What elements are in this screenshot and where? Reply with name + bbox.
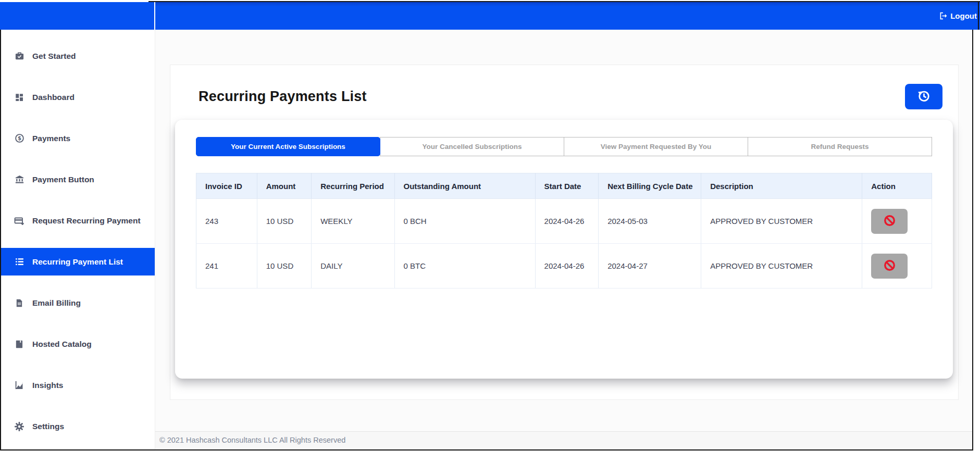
app-window: Logout Get StartedDashboard$PaymentsPaym… — [0, 0, 980, 451]
book-icon — [14, 340, 24, 349]
window-border-top — [148, 1, 980, 2]
column-header-description: Description — [701, 173, 862, 199]
sidebar-item-email-billing[interactable]: Email Billing — [0, 289, 155, 317]
tab-view-payment-requested-by-you[interactable]: View Payment Requested By You — [564, 137, 748, 156]
column-header-outstanding-amount: Outstanding Amount — [394, 173, 535, 199]
briefcase-check-icon — [14, 51, 24, 61]
sidebar-item-settings[interactable]: Settings — [0, 412, 155, 440]
cell-start_date: 2024-04-26 — [535, 199, 599, 244]
sidebar-item-payments[interactable]: $Payments — [0, 124, 155, 152]
recurring-payments-card: Recurring Payments List Your Current Act… — [170, 65, 959, 400]
subscriptions-table: Invoice IDAmountRecurring PeriodOutstand… — [196, 173, 932, 289]
cell-start_date: 2024-04-26 — [535, 244, 599, 289]
document-icon — [14, 298, 24, 308]
column-header-recurring-period: Recurring Period — [312, 173, 394, 199]
sidebar-item-label: Hosted Catalog — [32, 339, 92, 349]
sidebar-item-label: Insights — [32, 380, 63, 390]
window-border-right — [972, 30, 973, 450]
cell-action — [862, 199, 932, 244]
tab-your-cancelled-subscriptions[interactable]: Your Cancelled Subscriptions — [380, 137, 564, 156]
window-border-right-top — [978, 1, 979, 30]
tab-your-current-active-subscriptions[interactable]: Your Current Active Subscriptions — [196, 137, 380, 156]
logout-icon — [939, 11, 948, 20]
cell-recurring_period: WEEKLY — [312, 199, 394, 244]
sidebar-item-payment-button[interactable]: Payment Button — [0, 166, 155, 193]
sidebar-item-insights[interactable]: Insights — [0, 371, 155, 399]
cell-outstanding_amount: 0 BCH — [394, 199, 535, 244]
footer: © 2021 Hashcash Consultants LLC All Righ… — [155, 431, 972, 448]
column-header-invoice-id: Invoice ID — [196, 173, 257, 199]
column-header-start-date: Start Date — [535, 173, 599, 199]
cell-amount: 10 USD — [257, 244, 312, 289]
sidebar-item-label: Settings — [32, 421, 64, 431]
sidebar-logo-area — [0, 2, 155, 30]
body-row: Get StartedDashboard$PaymentsPayment But… — [0, 30, 972, 449]
column-header-amount: Amount — [257, 173, 312, 199]
sidebar-item-label: Get Started — [32, 51, 76, 61]
top-header: Logout — [0, 2, 980, 30]
tabs: Your Current Active SubscriptionsYour Ca… — [196, 137, 932, 156]
main-content: Recurring Payments List Your Current Act… — [155, 30, 972, 449]
cell-action — [862, 244, 932, 289]
cell-next_billing_cycle_date: 2024-05-03 — [599, 199, 701, 244]
column-header-action: Action — [862, 173, 932, 199]
table-row: 24310 USDWEEKLY0 BCH2024-04-262024-05-03… — [196, 199, 932, 244]
logout-button[interactable]: Logout — [939, 11, 977, 20]
sidebar-item-label: Payment Button — [32, 174, 94, 184]
sidebar-item-label: Recurring Payment List — [32, 257, 123, 267]
cell-outstanding_amount: 0 BTC — [394, 244, 535, 289]
table-body: 24310 USDWEEKLY0 BCH2024-04-262024-05-03… — [196, 199, 932, 289]
dollar-circle-icon: $ — [14, 133, 24, 143]
card-header: Recurring Payments List — [175, 84, 953, 109]
sidebar-item-recurring-payment-list[interactable]: Recurring Payment List — [0, 248, 155, 275]
cell-invoice_id: 243 — [196, 199, 257, 244]
bank-icon — [14, 174, 24, 184]
cancel-subscription-button[interactable] — [871, 254, 908, 279]
chart-icon — [14, 380, 24, 390]
svg-text:$: $ — [17, 135, 21, 141]
page-title: Recurring Payments List — [199, 89, 367, 105]
sidebar-item-label: Request Recurring Payment — [32, 216, 141, 226]
table-row: 24110 USDDAILY0 BTC2024-04-262024-04-27A… — [196, 244, 932, 289]
prohibited-icon — [883, 259, 896, 273]
sidebar-item-request-recurring-payment[interactable]: Request Recurring Payment — [0, 207, 155, 234]
copyright-text: © 2021 Hashcash Consultants LLC All Righ… — [159, 436, 345, 444]
window-border-left — [0, 30, 1, 450]
list-icon — [14, 257, 24, 267]
sidebar-item-dashboard[interactable]: Dashboard — [0, 83, 155, 111]
cell-next_billing_cycle_date: 2024-04-27 — [599, 244, 701, 289]
sidebar-item-label: Email Billing — [32, 298, 81, 308]
cell-invoice_id: 241 — [196, 244, 257, 289]
cancel-subscription-button[interactable] — [871, 209, 908, 234]
subscriptions-panel: Your Current Active SubscriptionsYour Ca… — [175, 120, 953, 379]
sidebar-nav: Get StartedDashboard$PaymentsPayment But… — [0, 30, 155, 449]
sidebar-item-label: Payments — [32, 133, 70, 143]
table-head: Invoice IDAmountRecurring PeriodOutstand… — [196, 173, 932, 199]
grid-icon — [14, 93, 24, 102]
header-row: Invoice IDAmountRecurring PeriodOutstand… — [196, 173, 932, 199]
card-plus-icon — [14, 216, 24, 226]
column-header-next-billing-cycle-date: Next Billing Cycle Date — [599, 173, 701, 199]
gear-icon — [14, 421, 24, 432]
cell-description: APPROVED BY CUSTOMER — [701, 244, 862, 289]
cell-description: APPROVED BY CUSTOMER — [701, 199, 862, 244]
cell-amount: 10 USD — [257, 199, 312, 244]
tab-refund-requests[interactable]: Refund Requests — [748, 137, 932, 156]
refresh-history-button[interactable] — [905, 84, 942, 109]
sidebar-item-label: Dashboard — [32, 92, 75, 102]
logout-label: Logout — [950, 11, 977, 20]
window-border-bottom — [0, 449, 973, 450]
prohibited-icon — [883, 214, 896, 229]
history-icon — [917, 89, 931, 105]
sidebar-item-get-started[interactable]: Get Started — [0, 42, 155, 70]
sidebar-item-hosted-catalog[interactable]: Hosted Catalog — [0, 330, 155, 358]
cell-recurring_period: DAILY — [312, 244, 394, 289]
top-header-main: Logout — [155, 2, 980, 30]
